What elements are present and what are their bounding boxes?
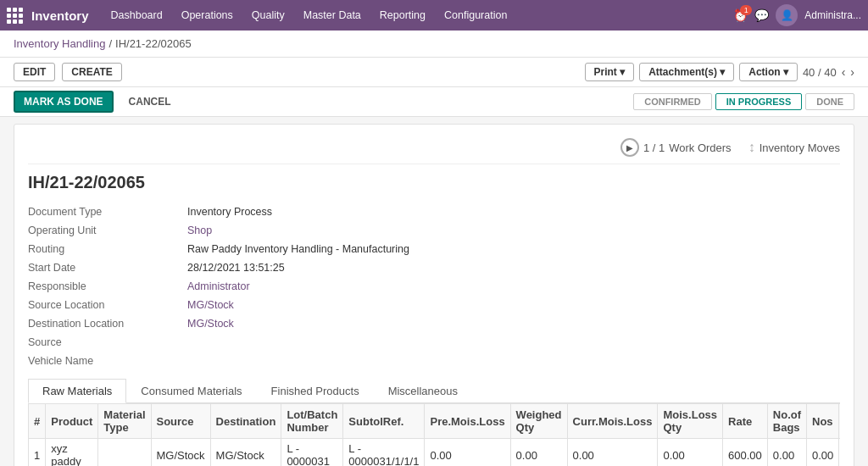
cell-sublot: L -0000031/1/1/1 [343,439,425,467]
table-row[interactable]: 1 xyzpaddy MG/Stock MG/Stock L -0000031 … [29,439,841,467]
label-destination-location: Destination Location [28,316,181,331]
inventory-moves-icon: ↕ [748,140,755,155]
col-no-bags: No.ofBags [767,404,806,439]
nav-reporting[interactable]: Reporting [371,4,434,26]
tab-miscellaneous[interactable]: Miscellaneous [374,379,472,402]
cell-weighed: 0.00 [510,439,567,467]
topnav-menu: Dashboard Operations Quality Master Data… [103,4,734,26]
value-destination-location[interactable]: MG/Stock [187,316,840,331]
avatar[interactable]: 👤 [776,4,798,26]
value-vehicle-name [187,353,840,369]
cell-pre-mois: 0.00 [425,439,510,467]
create-button[interactable]: CREATE [62,63,121,81]
inv-moves-label: Inventory Moves [760,141,840,154]
wo-sublabel: Work Orders [669,141,731,154]
value-doc-type: Inventory Process [187,204,840,219]
col-source: Source [151,404,210,439]
prev-button[interactable]: ‹ [842,65,846,79]
app-logo[interactable]: Inventory [7,8,89,24]
cancel-button[interactable]: CANCEL [120,92,180,111]
col-pre-mois: Pre.Mois.Loss [425,404,510,439]
breadcrumb-parent[interactable]: Inventory Handling [14,37,105,50]
col-destination: Destination [210,404,281,439]
cell-source: MG/Stock [151,439,210,467]
mark-as-done-button[interactable]: MARK AS DONE [14,91,114,113]
cell-material-type [98,439,151,467]
status-in-progress: IN PROGRESS [715,93,802,110]
topnav-right: ⏰ 1 💬 👤 Administra... [733,4,861,26]
cell-rate: 600.00 [723,439,768,467]
nav-operations[interactable]: Operations [173,4,242,26]
label-routing: Routing [28,241,181,257]
col-rate: Rate [723,404,768,439]
nav-configuration[interactable]: Configuration [436,4,515,26]
raw-materials-table: # Product MaterialType Source Destinatio… [28,403,840,466]
inventory-moves-button[interactable]: ↕ Inventory Moves [748,138,840,157]
col-material-type: MaterialType [98,404,151,439]
work-orders-icon: ▶ [620,138,639,157]
nav-quality[interactable]: Quality [243,4,293,26]
label-source: Source [28,335,181,350]
next-button[interactable]: › [850,65,854,79]
label-responsible: Responsible [28,279,181,294]
toolbar-right: Print ▾ Attachment(s) ▾ Action ▾ 40 / 40… [585,63,854,81]
breadcrumb: Inventory Handling / IH/21-22/02065 [0,31,868,58]
status-confirmed: CONFIRMED [633,93,712,110]
wo-label: 1 / 1 [643,141,665,154]
work-orders-button[interactable]: ▶ 1 / 1 Work Orders [620,138,732,157]
toolbar2: MARK AS DONE CANCEL CONFIRMED IN PROGRES… [0,87,868,117]
tab-finished-products[interactable]: Finished Products [257,379,374,402]
attachment-button[interactable]: Attachment(s) ▾ [639,63,734,81]
app-title: Inventory [31,8,89,23]
nav-masterdata[interactable]: Master Data [295,4,370,26]
cell-product: xyzpaddy [46,439,98,467]
clock-icon[interactable]: ⏰ 1 [733,8,748,22]
cell-lot: L -0000031 [281,439,343,467]
cell-no-bags: 0.00 [767,439,806,467]
value-source-location[interactable]: MG/Stock [187,297,840,313]
label-source-location: Source Location [28,297,181,313]
col-nos: Nos [807,404,839,439]
tab-consumed-materials[interactable]: Consumed Materials [126,379,256,402]
col-mois-loss: Mois.LossQty [658,404,723,439]
cell-mois-loss: 0.00 [658,439,723,467]
doc-title: IH/21-22/02065 [28,173,840,192]
label-doc-type: Document Type [28,204,181,219]
col-num: # [29,404,46,439]
value-operating-unit[interactable]: Shop [187,223,840,238]
cell-qty-consume: 10.000 [839,439,840,467]
col-sublot: SubtolRef. [343,404,425,439]
cell-curr-mois: 0.00 [567,439,658,467]
document-card: ▶ 1 / 1 Work Orders ↕ Inventory Moves IH… [14,124,854,466]
cell-destination: MG/Stock [210,439,281,467]
topnav: Inventory Dashboard Operations Quality M… [0,0,868,31]
cell-nos: 0.00 [807,439,839,467]
notification-badge: 1 [740,5,752,15]
pagination-label: 40 / 40 [803,66,837,79]
status-done: DONE [805,93,854,110]
nav-dashboard[interactable]: Dashboard [103,4,171,26]
breadcrumb-separator: / [108,37,112,50]
grid-icon [7,8,23,24]
tab-raw-materials[interactable]: Raw Materials [28,379,126,403]
table-wrap: # Product MaterialType Source Destinatio… [28,403,840,466]
col-qty-consume: Qty ToConsume ▲ [839,404,840,439]
edit-button[interactable]: EDIT [14,63,55,81]
action-button[interactable]: Action ▾ [739,63,798,81]
main-content: ▶ 1 / 1 Work Orders ↕ Inventory Moves IH… [0,117,868,466]
value-routing: Raw Paddy Inventory Handling - Manufactu… [187,241,840,257]
label-start-date: Start Date [28,260,181,275]
toolbar: EDIT CREATE Print ▾ Attachment(s) ▾ Acti… [0,58,868,87]
col-product: Product [46,404,98,439]
chat-icon[interactable]: 💬 [754,8,769,22]
status-bar: CONFIRMED IN PROGRESS DONE [633,93,854,110]
label-operating-unit: Operating Unit [28,223,181,238]
value-responsible[interactable]: Administrator [187,279,840,294]
col-lot: Lot/BatchNumber [281,404,343,439]
col-weighed: WeighedQty [510,404,567,439]
label-vehicle-name: Vehicle Name [28,353,181,369]
value-source [187,335,840,350]
col-curr-mois: Curr.Mois.Loss [567,404,658,439]
cell-num: 1 [29,439,46,467]
print-button[interactable]: Print ▾ [585,63,635,81]
